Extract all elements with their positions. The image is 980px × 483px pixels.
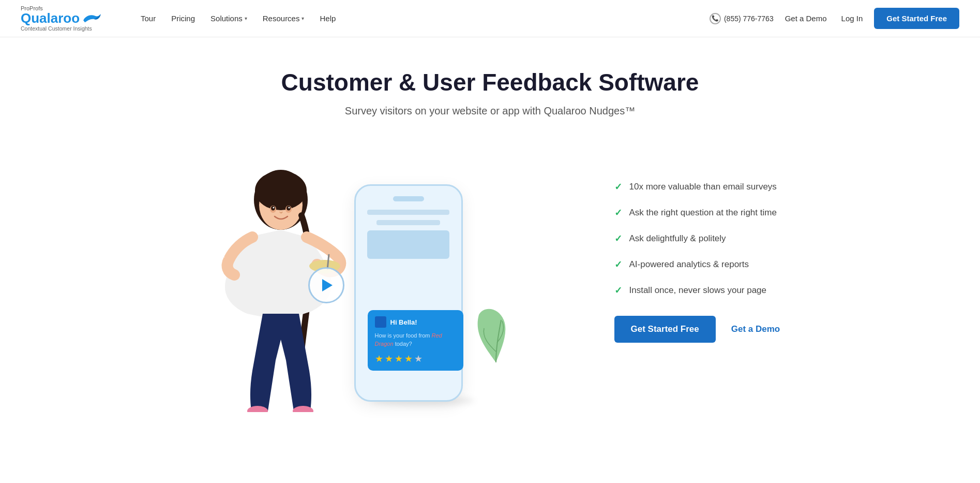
nav-solutions[interactable]: Solutions ▾ [204,10,253,27]
leaf-right-icon [473,305,519,371]
hero-content: Hi Bella! How is your food from Red Drag… [180,143,801,412]
feature-text-1: 10x more valuable than email surveys [629,182,777,192]
nav-help[interactable]: Help [313,10,342,27]
phone-notch [393,196,424,201]
checkmark-icon: ✓ [614,259,622,270]
star-2-icon: ★ [385,353,393,364]
feature-text-5: Install once, never slows your page [629,285,767,296]
phone-icon: 📞 [710,13,721,24]
header: ProProfs Qualaroo Contextual Customer In… [0,0,980,37]
checkmark-icon: ✓ [614,285,622,296]
nav-pricing[interactable]: Pricing [165,10,201,27]
feature-item-4: ✓ AI-powered analytics & reports [614,259,801,270]
svg-point-2 [255,171,307,210]
chevron-down-icon: ▾ [301,16,304,21]
header-right: 📞 (855) 776-7763 Get a Demo Log In Get S… [710,8,959,29]
svg-point-11 [273,207,274,209]
checkmark-icon: ✓ [614,233,622,244]
checkmark-icon: ✓ [614,207,622,218]
feature-item-3: ✓ Ask delightfully & politely [614,233,801,244]
phone-area: 📞 (855) 776-7763 [710,13,774,24]
nudge-stars: ★ ★ ★ ★ ★ [375,353,456,364]
hero-get-demo-link[interactable]: Get a Demo [731,324,780,334]
get-started-button[interactable]: Get Started Free [874,8,959,29]
hero-get-started-button[interactable]: Get Started Free [614,316,716,343]
play-button[interactable] [308,267,344,303]
feature-item-5: ✓ Install once, never slows your page [614,285,801,296]
feature-text-3: Ask delightfully & politely [629,233,726,244]
hero-cta-row: Get Started Free Get a Demo [614,316,801,343]
logo-name: Qualaroo [21,11,80,25]
logo-bird-icon [82,12,101,24]
phone-screen-line [367,210,449,215]
feature-item-2: ✓ Ask the right question at the right ti… [614,207,801,218]
play-icon [322,279,333,291]
phone-screen-rect [367,230,449,259]
nudge-avatar-icon [375,316,386,328]
logo-brand: ProProfs Qualaroo [21,6,109,25]
star-5-icon: ★ [414,353,423,364]
get-demo-link[interactable]: Get a Demo [782,12,830,25]
star-4-icon: ★ [404,353,413,364]
phone-screen-line-short [376,220,440,225]
nudge-restaurant: Red Dragon [375,332,442,346]
checkmark-icon: ✓ [614,181,622,193]
star-3-icon: ★ [395,353,403,364]
hero: Customer & User Feedback Software Survey… [0,37,980,422]
login-link[interactable]: Log In [838,12,866,25]
nav: Tour Pricing Solutions ▾ Resources ▾ Hel… [134,10,710,27]
hero-section: Customer & User Feedback Software Survey… [0,37,980,422]
nudge-greeting: Hi Bella! [390,318,417,326]
nudge-question: How is your food from Red Dragon today? [375,332,456,348]
star-1-icon: ★ [375,353,383,364]
nav-tour[interactable]: Tour [134,10,162,27]
feature-text-2: Ask the right question at the right time [629,208,777,218]
svg-point-12 [288,207,290,209]
feature-item-1: ✓ 10x more valuable than email surveys [614,181,801,193]
logo-tagline: Contextual Customer Insights [21,25,109,32]
phone-number: (855) 776-7763 [724,14,774,23]
hero-subtitle: Survey visitors on your website or app w… [345,105,635,117]
feature-text-4: AI-powered analytics & reports [629,259,749,270]
chevron-down-icon: ▾ [245,16,247,21]
nav-resources[interactable]: Resources ▾ [257,10,311,27]
hero-title: Customer & User Feedback Software [281,68,699,97]
hero-illustration: Hi Bella! How is your food from Red Drag… [180,143,594,412]
nudge-header: Hi Bella! [375,316,456,328]
logo-area: ProProfs Qualaroo Contextual Customer In… [21,6,109,32]
nudge-card: Hi Bella! How is your food from Red Drag… [368,310,463,371]
hero-features: ✓ 10x more valuable than email surveys ✓… [594,181,801,374]
